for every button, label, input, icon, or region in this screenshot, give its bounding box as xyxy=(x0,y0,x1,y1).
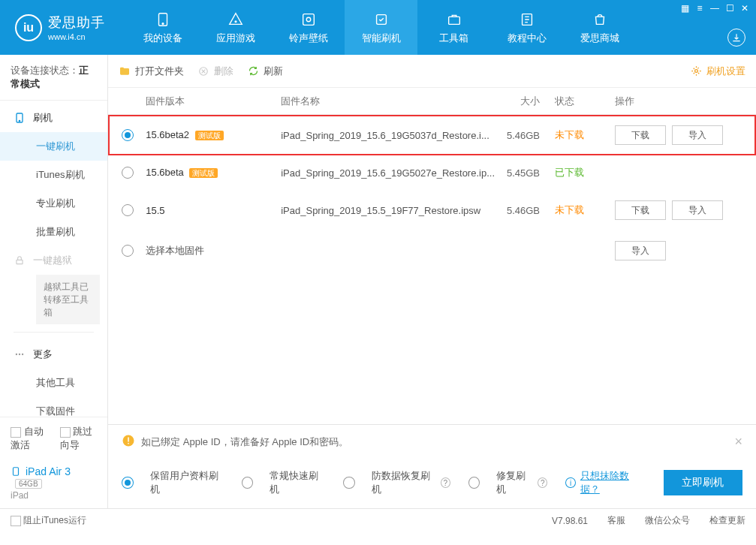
beta-badge: 测试版 xyxy=(189,168,218,178)
flash-now-button[interactable]: 立即刷机 xyxy=(664,470,742,495)
svg-rect-3 xyxy=(303,14,314,25)
svg-point-13 xyxy=(22,354,23,355)
svg-point-9 xyxy=(19,120,20,121)
nav-3[interactable]: 智能刷机 xyxy=(345,0,417,55)
nav-icon-3 xyxy=(372,11,390,29)
auto-activate-checkbox[interactable]: 自动激活 xyxy=(11,425,48,452)
maximize-icon[interactable]: ☐ xyxy=(723,3,736,14)
wechat-link[interactable]: 微信公众号 xyxy=(645,514,690,527)
option-radio[interactable] xyxy=(122,477,133,489)
nav-icon-4 xyxy=(445,11,463,29)
sidebar-item-下载固件[interactable]: 下载固件 xyxy=(0,397,107,417)
open-folder-button[interactable]: 打开文件夹 xyxy=(119,65,184,78)
device-capacity: 64GB xyxy=(15,479,42,489)
flash-icon xyxy=(14,112,26,124)
download-button[interactable]: 下载 xyxy=(615,125,666,145)
help-icon[interactable]: ? xyxy=(441,477,450,488)
delete-icon xyxy=(197,65,209,77)
download-button[interactable]: 下载 xyxy=(615,200,666,220)
nav-icon-1 xyxy=(227,11,245,29)
svg-point-11 xyxy=(16,354,17,355)
warning-icon xyxy=(122,434,135,450)
minimize-icon[interactable]: — xyxy=(708,3,721,14)
download-icon[interactable] xyxy=(727,29,745,47)
nav-2[interactable]: 铃声壁纸 xyxy=(272,0,345,55)
select-radio[interactable] xyxy=(122,204,134,216)
firmware-row[interactable]: 15.6beta2 测试版iPad_Spring_2019_15.6_19G50… xyxy=(108,115,756,155)
refresh-button[interactable]: 刷新 xyxy=(247,65,283,78)
grid-icon[interactable]: ▦ xyxy=(678,3,691,14)
option-radio[interactable] xyxy=(468,477,480,489)
flash-option-3[interactable]: 修复刷机 ? xyxy=(468,469,547,496)
erase-link[interactable]: 只想抹除数据？ xyxy=(580,469,646,496)
refresh-icon xyxy=(247,65,259,77)
option-radio[interactable] xyxy=(242,477,253,489)
menu-icon[interactable]: ≡ xyxy=(693,3,706,14)
import-button[interactable]: 导入 xyxy=(672,200,723,220)
footer: 阻止iTunes运行 V7.98.61 客服 微信公众号 检查更新 xyxy=(0,508,756,532)
top-nav: 我的设备应用游戏铃声壁纸智能刷机工具箱教程中心爱思商城 xyxy=(126,0,636,55)
svg-point-16 xyxy=(694,70,697,73)
firmware-row[interactable]: 选择本地固件导入 xyxy=(108,230,756,271)
select-radio[interactable] xyxy=(122,129,134,141)
table-header: 固件版本 固件名称 大小 状态 操作 xyxy=(108,88,756,115)
sidebar: 设备连接状态：正常模式 刷机 一键刷机iTunes刷机专业刷机批量刷机 一键越狱… xyxy=(0,55,108,508)
check-update-link[interactable]: 检查更新 xyxy=(709,514,745,527)
help-icon[interactable]: ? xyxy=(538,477,547,488)
nav-5[interactable]: 教程中心 xyxy=(490,0,563,55)
close-warning-icon[interactable]: × xyxy=(734,434,742,450)
sidebar-item-iTunes刷机[interactable]: iTunes刷机 xyxy=(0,161,107,189)
skip-guide-checkbox[interactable]: 跳过向导 xyxy=(60,425,98,452)
nav-icon-0 xyxy=(154,11,172,29)
lock-icon xyxy=(14,254,26,266)
import-button[interactable]: 导入 xyxy=(615,241,666,260)
logo-icon: iu xyxy=(15,14,42,41)
gear-icon xyxy=(690,65,702,77)
block-itunes-checkbox[interactable]: 阻止iTunes运行 xyxy=(11,514,86,527)
folder-icon xyxy=(119,65,131,77)
device-info[interactable]: iPad Air 3 64GB iPad xyxy=(0,459,107,508)
import-button[interactable]: 导入 xyxy=(672,125,723,145)
jailbreak-note: 越狱工具已转移至工具箱 xyxy=(36,275,100,324)
sidebar-item-批量刷机[interactable]: 批量刷机 xyxy=(0,218,107,246)
svg-point-12 xyxy=(19,354,20,355)
svg-point-1 xyxy=(162,23,164,24)
app-url: www.i4.cn xyxy=(48,32,105,41)
window-controls: ▦ ≡ — ☐ ✕ xyxy=(678,3,751,14)
firmware-row[interactable]: 15.5iPad_Spring_2019_15.5_19F77_Restore.… xyxy=(108,190,756,230)
flash-option-1[interactable]: 常规快速刷机 xyxy=(242,469,325,496)
support-link[interactable]: 客服 xyxy=(607,514,625,527)
option-radio[interactable] xyxy=(343,477,354,489)
sidebar-item-专业刷机[interactable]: 专业刷机 xyxy=(0,189,107,218)
header: iu 爱思助手 www.i4.cn 我的设备应用游戏铃声壁纸智能刷机工具箱教程中… xyxy=(0,0,756,55)
nav-1[interactable]: 应用游戏 xyxy=(199,0,272,55)
sidebar-group-more[interactable]: 更多 xyxy=(0,340,107,369)
logo: iu 爱思助手 www.i4.cn xyxy=(0,14,120,41)
svg-rect-10 xyxy=(17,260,23,263)
select-radio[interactable] xyxy=(122,167,134,179)
sidebar-item-其他工具[interactable]: 其他工具 xyxy=(0,369,107,397)
connection-status: 设备连接状态：正常模式 xyxy=(0,55,107,101)
firmware-list: 15.6beta2 测试版iPad_Spring_2019_15.6_19G50… xyxy=(108,115,756,424)
main: 打开文件夹 删除 刷新 刷机设置 固件版本 固件名称 大小 状态 操作 xyxy=(108,55,756,508)
sidebar-item-一键刷机[interactable]: 一键刷机 xyxy=(0,132,107,161)
nav-4[interactable]: 工具箱 xyxy=(417,0,490,55)
close-icon[interactable]: ✕ xyxy=(738,3,751,14)
flash-option-0[interactable]: 保留用户资料刷机 xyxy=(122,469,224,496)
nav-6[interactable]: 爱思商城 xyxy=(563,0,636,55)
nav-0[interactable]: 我的设备 xyxy=(126,0,199,55)
sidebar-group-flash[interactable]: 刷机 xyxy=(0,104,107,132)
info-icon[interactable]: i xyxy=(565,477,575,488)
firmware-row[interactable]: 15.6beta 测试版iPad_Spring_2019_15.6_19G502… xyxy=(108,155,756,190)
warning-bar: 如已绑定 Apple ID，请准备好 Apple ID和密码。 × xyxy=(122,425,742,459)
beta-badge: 测试版 xyxy=(195,131,224,140)
delete-button[interactable]: 删除 xyxy=(197,65,233,78)
version-label: V7.98.61 xyxy=(552,516,588,526)
flash-settings-button[interactable]: 刷机设置 xyxy=(690,65,745,78)
svg-point-4 xyxy=(306,17,311,22)
nav-icon-5 xyxy=(518,11,536,29)
sidebar-group-jailbreak: 一键越狱 xyxy=(0,246,107,275)
svg-rect-14 xyxy=(14,468,19,476)
select-radio[interactable] xyxy=(122,245,134,257)
flash-option-2[interactable]: 防数据恢复刷机 ? xyxy=(343,469,450,496)
